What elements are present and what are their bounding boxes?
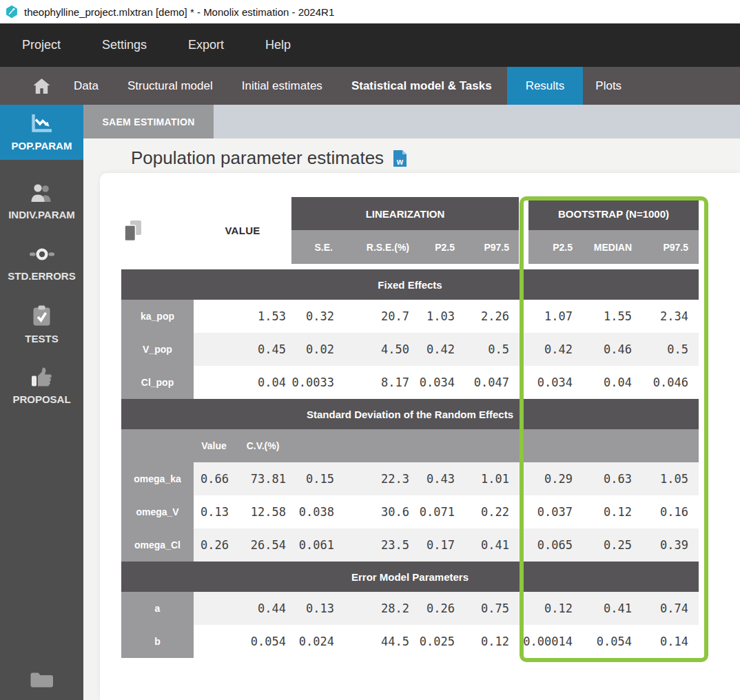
cell-bootstrap-2: 0.16 <box>642 495 699 528</box>
section-header: Error Model Parameters <box>121 562 699 592</box>
page-title: Population parameter estimates <box>131 147 384 169</box>
table-header-left: VALUE <box>121 197 291 264</box>
menu-project[interactable]: Project <box>22 38 61 52</box>
cell-linearization-0: 0.038 <box>291 495 342 528</box>
col-header-boot-p975: P97.5 <box>642 230 699 264</box>
sidebar-item-proposal[interactable]: PROPOSAL <box>0 360 83 412</box>
value-subheader-row: ValueC.V.(%) <box>121 429 699 462</box>
cell-bootstrap-1: 0.054 <box>583 625 642 658</box>
word-export-button[interactable]: w <box>393 150 407 167</box>
cell-linearization-3: 0.75 <box>463 592 519 625</box>
menu-help[interactable]: Help <box>265 38 291 52</box>
table-row: ka_pop1.530.3220.71.032.261.071.552.34 <box>121 300 699 333</box>
tab-statistical-model-tasks[interactable]: Statistical model & Tasks <box>351 79 492 93</box>
cell-bootstrap-0: 0.037 <box>519 495 583 528</box>
sidebar: POP.PARAM INDIV.PARAM STD.ERRORS TESTS P… <box>0 105 83 700</box>
subtab-strip: SAEM ESTIMATION <box>83 105 740 138</box>
cell-linearization-1: 8.17 <box>342 366 419 399</box>
cell-bootstrap-1: 0.12 <box>583 495 642 528</box>
tab-plots[interactable]: Plots <box>595 79 621 93</box>
table-row: V_pop0.450.024.500.420.50.420.460.5 <box>121 333 699 366</box>
tab-structural-model[interactable]: Structural model <box>127 79 213 93</box>
tab-data[interactable]: Data <box>74 79 99 93</box>
sidebar-folder[interactable] <box>0 669 83 690</box>
row-label: ka_pop <box>121 300 194 333</box>
value-column-header: VALUE <box>194 197 291 264</box>
copy-table-button[interactable] <box>123 220 143 245</box>
cell-bootstrap-0: 0.034 <box>519 366 583 399</box>
cell-linearization-2: 0.26 <box>419 592 463 625</box>
svg-text:w: w <box>396 156 404 166</box>
sidebar-item-indiv-param[interactable]: INDIV.PARAM <box>0 176 83 228</box>
header-gutter <box>519 230 528 264</box>
menubar: Project Settings Export Help <box>0 23 740 67</box>
cell-linearization-1: 44.5 <box>342 625 419 658</box>
sidebar-item-tests[interactable]: TESTS <box>0 298 83 351</box>
table-header-right: LINEARIZATION BOOTSTRAP (N=1000) S.E. R.… <box>291 197 699 264</box>
cell-value: 0.054 <box>194 625 291 658</box>
section-header: Fixed Effects <box>121 269 699 300</box>
cell-bootstrap-1: 0.25 <box>583 528 642 562</box>
cell-linearization-0: 0.024 <box>291 625 342 658</box>
cell-bootstrap-1: 0.41 <box>583 592 642 625</box>
row-label: Cl_pop <box>121 366 194 399</box>
window-titlebar: theophylline_project.mlxtran [demo] * - … <box>0 0 740 23</box>
cell-value: 0.45 <box>194 333 291 366</box>
cell-value: 0.26 <box>194 528 234 562</box>
col-header-boot-p25: P2.5 <box>528 230 583 264</box>
row-label: omega_ka <box>121 462 194 495</box>
cell-linearization-1: 4.50 <box>342 333 419 366</box>
cell-linearization-0: 0.32 <box>291 300 342 333</box>
table-row: Cl_pop0.040.00338.170.0340.0470.0340.040… <box>121 366 699 399</box>
home-icon[interactable] <box>0 78 83 94</box>
navbar: Data Structural model Initial estimates … <box>0 67 740 105</box>
row-label: b <box>121 625 194 658</box>
cell-cv: 73.81 <box>234 462 291 495</box>
cell-linearization-2: 0.42 <box>419 333 463 366</box>
cell-linearization-3: 0.047 <box>463 366 519 399</box>
tab-results[interactable]: Results <box>507 67 584 105</box>
cell-linearization-2: 0.034 <box>419 366 463 399</box>
table-row: omega_ka0.6673.810.1522.30.431.010.290.6… <box>121 462 699 495</box>
cell-bootstrap-1: 1.55 <box>583 300 642 333</box>
cell-bootstrap-1: 0.46 <box>583 333 642 366</box>
population-parameter-table: VALUE LINEARIZATION BOOTSTRAP (N=1000) S… <box>121 197 699 658</box>
sidebar-item-std-errors[interactable]: STD.ERRORS <box>0 237 83 289</box>
sidebar-item-label: TESTS <box>25 333 58 344</box>
cell-linearization-0: 0.061 <box>291 528 342 562</box>
row-label: a <box>121 592 194 625</box>
cell-bootstrap-1: 0.63 <box>583 462 642 495</box>
tab-initial-estimates[interactable]: Initial estimates <box>242 79 322 93</box>
col-header-se: S.E. <box>291 230 342 264</box>
cell-value: 0.13 <box>194 495 234 528</box>
menu-export[interactable]: Export <box>188 38 224 52</box>
main-area: SAEM ESTIMATION Population parameter est… <box>83 105 740 700</box>
menu-settings[interactable]: Settings <box>102 38 147 52</box>
cell-linearization-3: 1.01 <box>463 462 519 495</box>
spacer <box>121 429 194 462</box>
results-card: VALUE LINEARIZATION BOOTSTRAP (N=1000) S… <box>100 173 740 700</box>
cell-value: 0.44 <box>194 592 291 625</box>
cell-cv: 26.54 <box>234 528 291 562</box>
cell-bootstrap-0: 1.07 <box>519 300 583 333</box>
chart-line-icon <box>31 114 52 135</box>
cell-bootstrap-1: 0.04 <box>583 366 642 399</box>
sidebar-item-pop-param[interactable]: POP.PARAM <box>0 105 83 160</box>
cell-linearization-3: 0.5 <box>463 333 519 366</box>
cell-linearization-3: 0.22 <box>463 495 519 528</box>
cell-bootstrap-0: 0.42 <box>519 333 583 366</box>
sidebar-item-label: STD.ERRORS <box>8 270 75 282</box>
cell-linearization-3: 2.26 <box>463 300 519 333</box>
table-row: omega_V0.1312.580.03830.60.0710.220.0370… <box>121 495 699 528</box>
cell-bootstrap-2: 0.5 <box>642 333 699 366</box>
col-header-p25: P2.5 <box>419 230 463 264</box>
workspace: Population parameter estimates w VALUE <box>83 138 740 700</box>
node-icon <box>29 245 55 265</box>
header-body-gap <box>121 264 699 269</box>
cell-linearization-2: 1.03 <box>419 300 463 333</box>
cell-linearization-2: 0.071 <box>419 495 463 528</box>
cell-linearization-2: 0.17 <box>419 528 463 562</box>
col-header-p975: P97.5 <box>463 230 519 264</box>
subtab-saem-estimation[interactable]: SAEM ESTIMATION <box>83 105 214 138</box>
header-gutter <box>519 197 528 230</box>
